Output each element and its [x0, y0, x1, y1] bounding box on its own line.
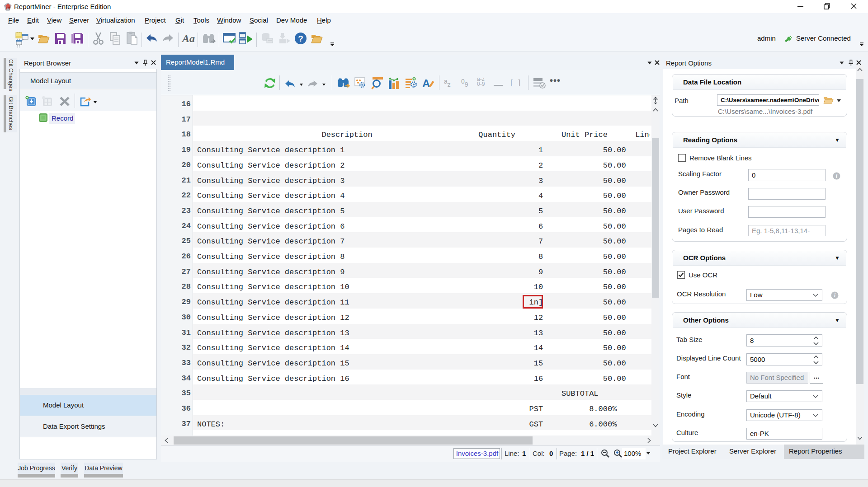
svg-text:?: ?	[298, 34, 303, 43]
svg-text:A: A	[422, 77, 430, 89]
